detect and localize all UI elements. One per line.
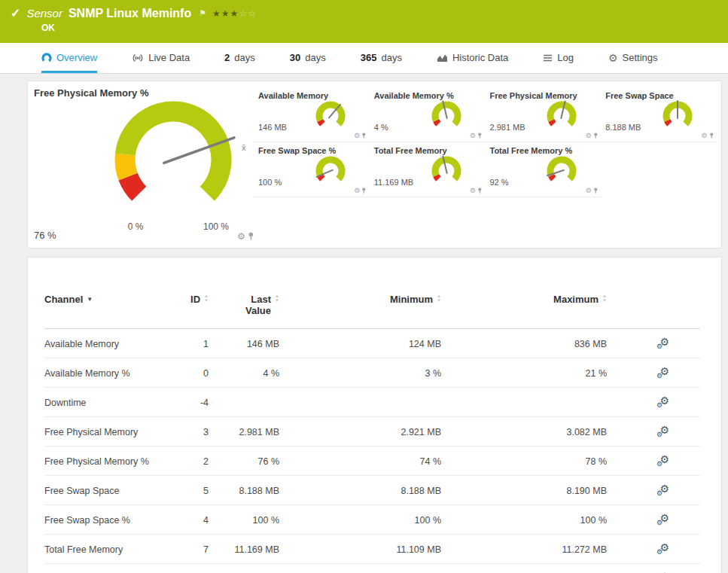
star-rating[interactable]: ★★★☆☆ (212, 8, 257, 19)
gear-icon[interactable]: ⚙ (586, 187, 592, 194)
tab-2-days[interactable]: 2 days (224, 43, 255, 73)
tab-log[interactable]: Log (543, 43, 574, 73)
table-row[interactable]: Available Memory %04 %3 %21 %⚙⚙ (44, 358, 700, 388)
overview-gauges-panel: Free Physical Memory % 0 % 100 % x̄ 76 %… (27, 81, 722, 248)
minimum-value (279, 388, 441, 417)
mini-gauge-value: 4 % (374, 123, 388, 132)
star-filled-icon[interactable]: ★ (212, 8, 221, 19)
sort-caret-icon[interactable] (83, 294, 93, 305)
column-header-minimum[interactable]: Minimum (390, 294, 433, 305)
channel-settings-icon[interactable]: ⚙⚙ (656, 425, 670, 437)
channel-id: 5 (165, 476, 209, 505)
column-header-maximum[interactable]: Maximum (553, 294, 599, 305)
channel-name[interactable]: Free Physical Memory (44, 417, 165, 447)
table-row[interactable]: Total Free Memory711.169 MB11.109 MB11.2… (44, 535, 700, 564)
last-value: 92 % (209, 564, 279, 573)
star-empty-icon[interactable]: ☆ (239, 8, 248, 19)
maximum-value: 836 MB (441, 329, 607, 358)
tab-number: 2 (224, 52, 230, 63)
gear-icon[interactable]: ⚙ (470, 133, 476, 139)
maximum-value: 3.082 MB (441, 417, 607, 447)
channel-settings-icon[interactable]: ⚙⚙ (656, 395, 670, 407)
minimum-value: 100 % (279, 505, 441, 535)
channel-name[interactable]: Free Swap Space (44, 476, 165, 505)
historic-data-chart-icon (437, 53, 448, 62)
star-filled-icon[interactable]: ★ (221, 8, 230, 19)
gauge-average-marker: x̄ (242, 143, 246, 152)
tab-365-days[interactable]: 365 days (361, 43, 402, 73)
channel-name[interactable]: Total Free Memory % (44, 564, 165, 573)
main-gauge-actions: ⚙ (237, 232, 254, 241)
tab-historic-data[interactable]: Historic Data (437, 43, 508, 73)
channel-settings-icon[interactable]: ⚙⚙ (656, 513, 670, 525)
tab-live-data[interactable]: Live Data (132, 43, 190, 73)
mini-gauge-value: 92 % (490, 178, 509, 187)
channel-name[interactable]: Available Memory % (44, 358, 165, 388)
gear-icon[interactable]: ⚙ (354, 133, 360, 139)
channel-name[interactable]: Downtime (44, 388, 165, 417)
mini-gauge-value: 11.169 MB (374, 178, 413, 187)
channel-name[interactable]: Total Free Memory (44, 535, 165, 564)
column-header-id[interactable]: ID (190, 294, 200, 305)
channel-id: 3 (165, 417, 209, 447)
mini-gauge-available-memory: Available Memory146 MB⚙ (254, 87, 370, 142)
column-header-last-value[interactable]: Last Value (238, 294, 271, 316)
log-list-icon (543, 53, 553, 62)
sort-icon[interactable] (275, 294, 279, 303)
gear-icon[interactable]: ⚙ (470, 187, 476, 194)
channel-settings-icon[interactable]: ⚙⚙ (656, 366, 670, 378)
pin-icon[interactable] (593, 133, 599, 139)
pin-icon[interactable] (477, 133, 483, 139)
table-row[interactable]: Free Swap Space %4100 %100 %100 %⚙⚙ (44, 505, 700, 535)
channel-table: Channel ID Last Value Minimum Maximum Av… (44, 294, 700, 573)
table-row[interactable]: Free Swap Space58.188 MB8.188 MB8.190 MB… (44, 476, 700, 505)
mini-gauge-free-swap-space: Free Swap Space8.188 MB⚙ (601, 87, 717, 142)
tab-30-days[interactable]: 30 days (290, 43, 326, 73)
maximum-value: 93 % (441, 564, 607, 573)
mini-gauge-free-swap-space: Free Swap Space %100 %⚙ (254, 142, 370, 197)
channel-id: -4 (165, 388, 209, 417)
sort-icon[interactable] (437, 294, 441, 303)
sort-icon[interactable] (204, 294, 209, 303)
channel-name[interactable]: Available Memory (44, 329, 165, 358)
mini-gauge-dial (424, 98, 469, 136)
table-row[interactable]: Total Free Memory %692 %92 %93 %⚙⚙ (44, 564, 700, 573)
pin-icon[interactable] (477, 187, 483, 194)
tab-bar: Overview Live Data 2 days 30 days 365 da… (0, 43, 728, 74)
minimum-value: 74 % (279, 447, 441, 476)
main-gauge: Free Physical Memory % 0 % 100 % x̄ 76 %… (28, 81, 254, 248)
channel-settings-icon[interactable]: ⚙⚙ (656, 483, 670, 495)
star-empty-icon[interactable]: ☆ (248, 8, 257, 19)
channel-table-body: Available Memory1146 MB124 MB836 MB⚙⚙Ava… (44, 329, 700, 573)
tab-overview[interactable]: Overview (41, 43, 97, 73)
channel-settings-icon[interactable]: ⚙⚙ (656, 337, 670, 349)
sort-icon[interactable] (602, 294, 607, 303)
gear-icon[interactable]: ⚙ (354, 187, 360, 194)
flag-icon[interactable]: ⚑ (199, 8, 206, 18)
channel-name[interactable]: Free Swap Space % (44, 505, 165, 535)
channel-settings-icon[interactable]: ⚙⚙ (656, 542, 670, 554)
table-row[interactable]: Available Memory1146 MB124 MB836 MB⚙⚙ (44, 329, 700, 358)
table-row[interactable]: Free Physical Memory %276 %74 %78 %⚙⚙ (44, 447, 700, 476)
gauge-min-label: 0 % (124, 221, 147, 232)
gear-icon[interactable]: ⚙ (701, 133, 707, 139)
column-header-channel[interactable]: Channel (44, 294, 83, 305)
table-row[interactable]: Free Physical Memory32.981 MB2.921 MB3.0… (44, 417, 700, 447)
star-filled-icon[interactable]: ★ (230, 8, 239, 19)
gear-icon[interactable]: ⚙ (586, 133, 592, 139)
table-header-row: Channel ID Last Value Minimum Maximum (44, 294, 700, 329)
table-row[interactable]: Downtime-4⚙⚙ (44, 388, 700, 417)
tab-settings[interactable]: ⚙ Settings (608, 43, 658, 73)
pin-icon[interactable] (361, 133, 367, 139)
last-value: 11.169 MB (209, 535, 279, 564)
channel-settings-icon[interactable]: ⚙⚙ (656, 454, 670, 466)
pin-icon[interactable] (361, 187, 367, 194)
channel-name[interactable]: Free Physical Memory % (44, 447, 165, 476)
pin-icon[interactable] (248, 232, 254, 241)
mini-gauge-total-free-memory: Total Free Memory11.169 MB⚙ (370, 142, 486, 197)
pin-icon[interactable] (593, 187, 599, 194)
pin-icon[interactable] (709, 133, 714, 139)
gear-icon[interactable]: ⚙ (237, 232, 245, 241)
maximum-value: 11.272 MB (441, 535, 607, 564)
main-gauge-value: 76 % (34, 230, 56, 241)
